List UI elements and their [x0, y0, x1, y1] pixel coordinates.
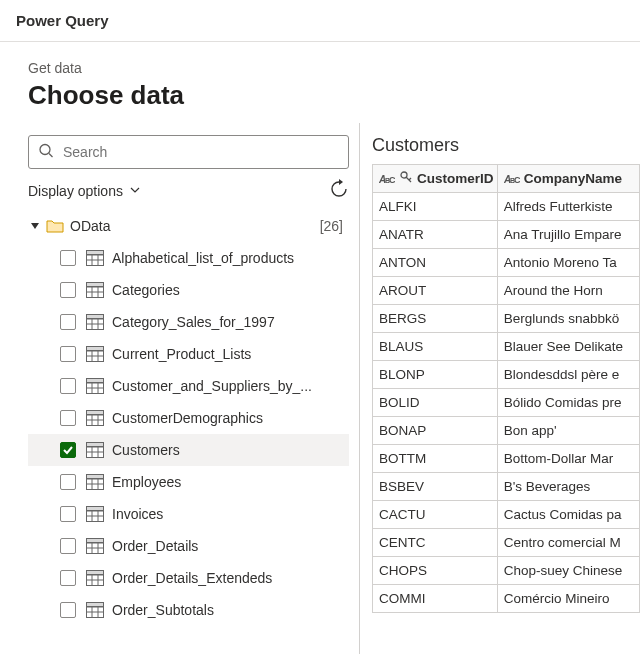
- key-icon: [399, 170, 413, 187]
- data-grid: ABCCustomerIDABCCompanyNameALFKIAlfreds …: [372, 164, 640, 613]
- table-cell: CHOPS: [373, 557, 498, 585]
- table-cell: COMMI: [373, 585, 498, 613]
- table-cell: ANATR: [373, 221, 498, 249]
- table-header-row: ABCCustomerIDABCCompanyName: [373, 165, 640, 193]
- table-cell: Around the Horn: [498, 277, 640, 305]
- tree-item-label: Customers: [112, 442, 180, 458]
- svg-rect-55: [87, 507, 104, 511]
- tree-item[interactable]: Order_Details_Extendeds: [28, 562, 349, 594]
- table-row[interactable]: BONAPBon app': [373, 417, 640, 445]
- display-options-label: Display options: [28, 183, 123, 199]
- tree-item[interactable]: CustomerDemographics: [28, 402, 349, 434]
- checkbox[interactable]: [60, 346, 76, 362]
- checkbox[interactable]: [60, 410, 76, 426]
- table-row[interactable]: BSBEVB's Beverages: [373, 473, 640, 501]
- search-input[interactable]: [28, 135, 349, 169]
- checkbox[interactable]: [60, 282, 76, 298]
- column-header-label: CompanyName: [524, 171, 622, 186]
- table-row[interactable]: ALFKIAlfreds Futterkiste: [373, 193, 640, 221]
- table-row[interactable]: BOLIDBólido Comidas pre: [373, 389, 640, 417]
- tree-item[interactable]: Order_Subtotals: [28, 594, 349, 626]
- tree-root-count: [26]: [320, 218, 349, 234]
- app-header: Power Query: [0, 0, 640, 42]
- table-row[interactable]: CACTUCactus Comidas pa: [373, 501, 640, 529]
- tree-root[interactable]: OData [26]: [28, 210, 349, 242]
- table-row[interactable]: COMMIComércio Mineiro: [373, 585, 640, 613]
- preview-title: Customers: [372, 135, 640, 156]
- checkbox[interactable]: [60, 538, 76, 554]
- table-row[interactable]: CENTCCentro comercial M: [373, 529, 640, 557]
- table-cell: ANTON: [373, 249, 498, 277]
- checkbox[interactable]: [60, 570, 76, 586]
- tree-item-label: Order_Details_Extendeds: [112, 570, 272, 586]
- table-icon: [86, 410, 104, 426]
- table-cell: BOLID: [373, 389, 498, 417]
- table-cell: BONAP: [373, 417, 498, 445]
- table-cell: Bólido Comidas pre: [498, 389, 640, 417]
- tree-item-label: Invoices: [112, 506, 163, 522]
- table-row[interactable]: AROUTAround the Horn: [373, 277, 640, 305]
- search-icon: [38, 143, 54, 162]
- svg-line-79: [409, 178, 411, 180]
- column-header[interactable]: ABCCompanyName: [498, 165, 640, 193]
- table-cell: Ana Trujillo Empare: [498, 221, 640, 249]
- checkbox[interactable]: [60, 378, 76, 394]
- table-cell: BOTTM: [373, 445, 498, 473]
- svg-rect-13: [87, 283, 104, 287]
- navigator-pane: Display options OData: [0, 123, 360, 654]
- table-row[interactable]: ANATRAna Trujillo Empare: [373, 221, 640, 249]
- table-cell: ALFKI: [373, 193, 498, 221]
- column-header[interactable]: ABCCustomerID: [373, 165, 498, 193]
- caret-down-icon[interactable]: [28, 221, 42, 231]
- tree-item[interactable]: Order_Details: [28, 530, 349, 562]
- checkbox[interactable]: [60, 442, 76, 458]
- tree-item[interactable]: Employees: [28, 466, 349, 498]
- checkbox[interactable]: [60, 250, 76, 266]
- checkbox[interactable]: [60, 314, 76, 330]
- tree-root-label: OData: [70, 218, 320, 234]
- table-icon: [86, 346, 104, 362]
- table-row[interactable]: CHOPSChop-suey Chinese: [373, 557, 640, 585]
- table-row[interactable]: BLONPBlondesddsl père e: [373, 361, 640, 389]
- tree-item[interactable]: Alphabetical_list_of_products: [28, 242, 349, 274]
- tree-item[interactable]: Category_Sales_for_1997: [28, 306, 349, 338]
- table-cell: Chop-suey Chinese: [498, 557, 640, 585]
- svg-rect-25: [87, 347, 104, 351]
- text-type-icon: ABC: [504, 172, 520, 186]
- tree-item-label: Employees: [112, 474, 181, 490]
- display-options-button[interactable]: Display options: [28, 183, 141, 199]
- table-row[interactable]: ANTONAntonio Moreno Ta: [373, 249, 640, 277]
- page-head: Get data Choose data: [0, 42, 640, 123]
- table-cell: BLAUS: [373, 333, 498, 361]
- svg-rect-7: [87, 251, 104, 255]
- table-row[interactable]: BOTTMBottom-Dollar Mar: [373, 445, 640, 473]
- table-icon: [86, 442, 104, 458]
- table-cell: B's Beverages: [498, 473, 640, 501]
- tree-item[interactable]: Customers: [28, 434, 349, 466]
- checkbox[interactable]: [60, 602, 76, 618]
- table-cell: Antonio Moreno Ta: [498, 249, 640, 277]
- checkbox[interactable]: [60, 474, 76, 490]
- tree-item-label: Alphabetical_list_of_products: [112, 250, 294, 266]
- tree-item[interactable]: Categories: [28, 274, 349, 306]
- table-cell: BLONP: [373, 361, 498, 389]
- svg-rect-73: [87, 603, 104, 607]
- tree-item-label: CustomerDemographics: [112, 410, 263, 426]
- tree-item[interactable]: Current_Product_Lists: [28, 338, 349, 370]
- refresh-icon[interactable]: [329, 179, 349, 202]
- svg-line-1: [49, 154, 53, 158]
- tree-item[interactable]: Invoices: [28, 498, 349, 530]
- table-cell: CACTU: [373, 501, 498, 529]
- svg-rect-61: [87, 539, 104, 543]
- table-icon: [86, 538, 104, 554]
- table-row[interactable]: BLAUSBlauer See Delikate: [373, 333, 640, 361]
- table-row[interactable]: BERGSBerglunds snabbkö: [373, 305, 640, 333]
- table-cell: Cactus Comidas pa: [498, 501, 640, 529]
- text-type-icon: ABC: [379, 172, 395, 186]
- table-cell: BERGS: [373, 305, 498, 333]
- checkbox[interactable]: [60, 506, 76, 522]
- svg-text:C: C: [514, 175, 520, 185]
- table-icon: [86, 314, 104, 330]
- table-cell: BSBEV: [373, 473, 498, 501]
- tree-item[interactable]: Customer_and_Suppliers_by_...: [28, 370, 349, 402]
